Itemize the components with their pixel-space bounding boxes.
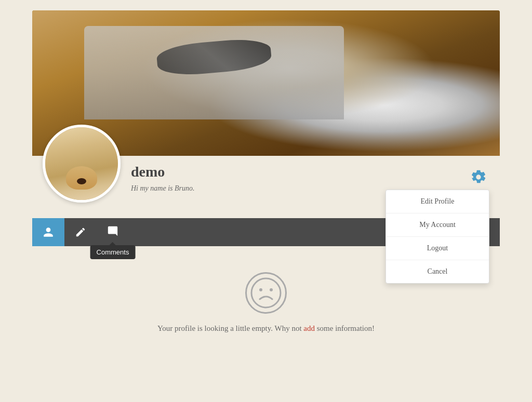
avatar-image [45,127,118,200]
tab-edit[interactable] [64,218,97,246]
svg-point-2 [270,288,273,291]
comment-icon [107,225,118,237]
avatar-wrapper [43,125,121,203]
profile-username: demo [131,164,457,180]
comments-tooltip: Comments [90,245,136,259]
add-info-link[interactable]: add [303,324,315,332]
sad-face-icon [245,272,287,314]
empty-message-after: some information! [315,324,375,332]
tab-comments[interactable]: Comments [97,218,129,246]
settings-gear-container: Edit Profile My Account Logout Cancel [468,166,489,188]
profile-info: demo Hi my name is Bruno. [131,156,457,193]
my-account-button[interactable]: My Account [386,213,489,237]
avatar [43,125,121,203]
profile-section: demo Hi my name is Bruno. Edit Profile M… [32,156,500,213]
cancel-button[interactable]: Cancel [386,260,489,283]
empty-message: Your profile is looking a little empty. … [43,324,489,333]
user-icon [43,226,54,238]
edit-profile-button[interactable]: Edit Profile [386,190,489,213]
settings-gear-button[interactable] [468,166,489,188]
tab-profile[interactable] [32,218,64,246]
pencil-icon [75,226,86,238]
svg-point-1 [259,288,262,291]
logout-button[interactable]: Logout [386,237,489,260]
gear-icon [470,169,487,185]
page-container: demo Hi my name is Bruno. Edit Profile M… [32,10,500,349]
svg-point-0 [251,278,281,307]
sad-face-svg [250,277,282,309]
empty-message-before: Your profile is looking a little empty. … [157,324,303,332]
settings-dropdown: Edit Profile My Account Logout Cancel [385,190,489,284]
